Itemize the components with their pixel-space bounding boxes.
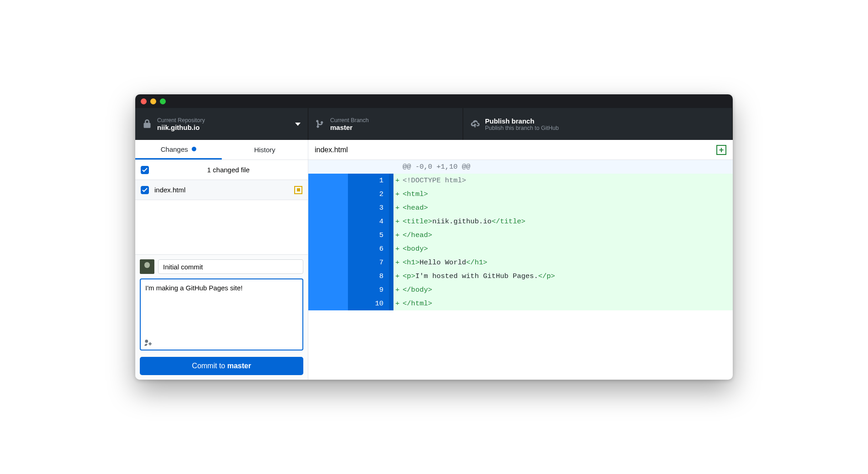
chevron-down-icon xyxy=(295,123,301,126)
tab-history[interactable]: History xyxy=(222,140,308,160)
close-window-button[interactable] xyxy=(141,98,147,104)
commit-form: Commit to master xyxy=(135,254,308,380)
diff-line[interactable]: @@ -0,0 +1,10 @@ xyxy=(308,160,733,174)
tab-history-label: History xyxy=(254,146,276,154)
select-all-checkbox[interactable] xyxy=(141,166,149,174)
diff-header: index.html + xyxy=(308,140,733,160)
zoom-window-button[interactable] xyxy=(160,98,166,104)
changed-count: 1 changed file xyxy=(154,166,302,174)
diff-line[interactable]: 4+ <title>niik.github.io</title> xyxy=(308,215,733,228)
app-window: Current Repository niik.github.io Curren… xyxy=(135,94,733,380)
sidebar: Changes History 1 changed file index.htm… xyxy=(135,140,308,380)
content: Changes History 1 changed file index.htm… xyxy=(135,140,733,380)
commit-description-input[interactable] xyxy=(140,278,303,350)
branch-icon xyxy=(316,119,325,129)
diff-line[interactable]: 6+ <body> xyxy=(308,242,733,256)
repo-label: Current Repository xyxy=(157,117,205,124)
minimize-window-button[interactable] xyxy=(150,98,156,104)
add-coauthor-button[interactable] xyxy=(143,339,152,349)
commit-button[interactable]: Commit to master xyxy=(140,357,303,375)
diff-line[interactable]: 9+ </body> xyxy=(308,283,733,297)
file-name: index.html xyxy=(154,186,289,194)
sidebar-tabs: Changes History xyxy=(135,140,308,160)
lock-icon xyxy=(143,119,152,129)
avatar xyxy=(140,259,154,274)
diff-line[interactable]: 10+</html> xyxy=(308,297,733,310)
branch-dropdown[interactable]: Current Branch master xyxy=(308,108,463,140)
publish-button[interactable]: Publish branch Publish this branch to Gi… xyxy=(463,108,733,140)
publish-desc: Publish this branch to GitHub xyxy=(485,125,559,131)
cloud-upload-icon xyxy=(470,119,480,129)
repo-name: niik.github.io xyxy=(157,124,205,131)
plus-icon: + xyxy=(719,146,724,154)
diff-line[interactable]: 2+<html> xyxy=(308,187,733,201)
changed-files-header: 1 changed file xyxy=(135,160,308,180)
file-row[interactable]: index.html xyxy=(135,180,308,200)
commit-button-prefix: Commit to xyxy=(192,362,227,370)
diff-filename: index.html xyxy=(315,146,348,154)
expand-diff-button[interactable]: + xyxy=(716,145,726,155)
repository-dropdown[interactable]: Current Repository niik.github.io xyxy=(135,108,308,140)
diff-panel: index.html + @@ -0,0 +1,10 @@1+<!DOCTYPE… xyxy=(308,140,733,380)
diff-body[interactable]: @@ -0,0 +1,10 @@1+<!DOCTYPE html>2+<html… xyxy=(308,160,733,380)
file-status-modified-icon xyxy=(294,186,302,194)
diff-line[interactable]: 1+<!DOCTYPE html> xyxy=(308,174,733,187)
commit-button-branch: master xyxy=(227,362,251,370)
diff-line[interactable]: 7+ <h1>Hello World</h1> xyxy=(308,256,733,269)
tab-changes-label: Changes xyxy=(161,145,188,153)
titlebar[interactable] xyxy=(135,94,733,108)
changes-indicator-dot xyxy=(192,147,196,151)
toolbar: Current Repository niik.github.io Curren… xyxy=(135,108,733,140)
file-checkbox[interactable] xyxy=(141,186,149,194)
diff-line[interactable]: 8+ <p>I'm hosted with GitHub Pages.</p> xyxy=(308,269,733,283)
diff-line[interactable]: 5+ </head> xyxy=(308,228,733,242)
diff-line[interactable]: 3+ <head> xyxy=(308,201,733,215)
branch-name: master xyxy=(330,124,369,131)
branch-label: Current Branch xyxy=(330,117,369,124)
publish-label: Publish branch xyxy=(485,117,559,125)
commit-summary-input[interactable] xyxy=(158,259,303,274)
tab-changes[interactable]: Changes xyxy=(135,140,222,160)
